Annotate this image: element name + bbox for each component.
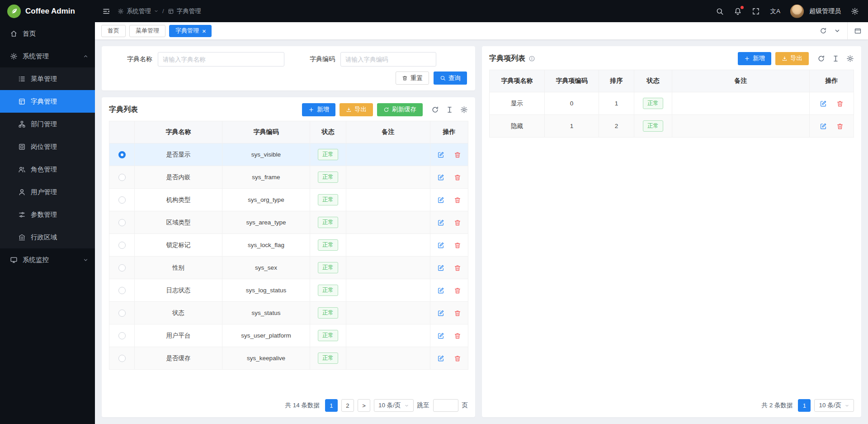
sidebar-item-post[interactable]: 岗位管理	[0, 135, 95, 158]
tab-close-icon[interactable]: ×	[202, 28, 206, 34]
dict-table-row[interactable]: 用户平台 sys_user_platform 正常	[109, 324, 468, 347]
sidebar-item-region[interactable]: 行政区域	[0, 226, 95, 248]
page-size-select[interactable]: 10 条/页	[374, 399, 414, 412]
delete-icon[interactable]	[454, 242, 461, 249]
row-radio[interactable]	[118, 332, 126, 339]
tab-1[interactable]: 菜单管理	[129, 25, 165, 37]
settings-gear-icon[interactable]	[851, 7, 859, 15]
notifications-bell-icon[interactable]	[734, 7, 742, 15]
dict-table-row[interactable]: 机构类型 sys_org_type 正常	[109, 189, 468, 211]
edit-icon[interactable]	[437, 151, 444, 158]
breadcrumb-item-system[interactable]: 系统管理	[118, 7, 159, 15]
row-radio[interactable]	[118, 264, 126, 272]
sidebar-item-role[interactable]: 角色管理	[0, 158, 95, 181]
edit-icon[interactable]	[437, 355, 444, 362]
page-button-1[interactable]: 1	[798, 399, 811, 412]
dict-table-row[interactable]: 日志状态 sys_log_status 正常	[109, 279, 468, 302]
reset-button[interactable]: 重置	[396, 71, 429, 85]
row-radio[interactable]	[118, 196, 126, 204]
language-switch-icon[interactable]: 文A	[770, 7, 780, 15]
edit-icon[interactable]	[437, 196, 444, 204]
delete-icon[interactable]	[454, 174, 461, 181]
add-dict-button[interactable]: 新增	[302, 103, 335, 116]
dict-table-row[interactable]: 区域类型 sys_area_type 正常	[109, 211, 468, 234]
delete-icon[interactable]	[454, 264, 461, 272]
row-radio[interactable]	[118, 219, 126, 226]
sidebar-item-system[interactable]: 系统管理	[0, 45, 95, 67]
export-dict-items-button[interactable]: 导出	[775, 52, 809, 65]
sidebar-item-monitor[interactable]: 系统监控	[0, 248, 95, 271]
sidebar-item-param[interactable]: 参数管理	[0, 203, 95, 226]
edit-icon[interactable]	[820, 100, 827, 107]
tab-2[interactable]: 字典管理 ×	[169, 25, 212, 37]
content-fullscreen-toggle[interactable]	[847, 22, 868, 39]
edit-icon[interactable]	[437, 332, 444, 339]
dict-table-row[interactable]: 锁定标记 sys_lock_flag 正常	[109, 234, 468, 257]
sidebar-item-dict[interactable]: 字典管理	[0, 90, 95, 113]
delete-icon[interactable]	[454, 219, 461, 226]
sidebar-item-dept[interactable]: 部门管理	[0, 113, 95, 135]
tab-menu-chevron-icon[interactable]	[834, 27, 841, 34]
edit-icon[interactable]	[437, 264, 444, 272]
row-radio[interactable]	[118, 287, 126, 294]
page-button-1[interactable]: 1	[325, 399, 338, 412]
dict-table-row[interactable]: 状态 sys_status 正常	[109, 302, 468, 324]
sidebar-item-user[interactable]: 用户管理	[0, 181, 95, 203]
reload-table-icon[interactable]	[431, 106, 439, 114]
tab-0[interactable]: 首页	[101, 25, 126, 37]
sidebar-item-menu[interactable]: 菜单管理	[0, 67, 95, 90]
sidebar-item-home[interactable]: 首页	[0, 22, 95, 45]
avatar[interactable]	[790, 5, 804, 18]
collapse-sidebar-icon[interactable]	[102, 7, 110, 15]
table-settings-gear-icon[interactable]	[846, 55, 854, 62]
delete-icon[interactable]	[454, 355, 461, 362]
edit-icon[interactable]	[437, 174, 444, 181]
delete-icon[interactable]	[454, 287, 461, 294]
delete-icon[interactable]	[836, 100, 844, 107]
refresh-cache-button[interactable]: 刷新缓存	[377, 103, 423, 116]
table-settings-gear-icon[interactable]	[460, 106, 468, 114]
row-radio[interactable]	[118, 310, 126, 317]
export-dict-button[interactable]: 导出	[340, 103, 373, 116]
delete-icon[interactable]	[454, 196, 461, 204]
dict-table-row[interactable]: 性别 sys_sex 正常	[109, 257, 468, 279]
breadcrumb-item-dict[interactable]: 字典管理	[168, 7, 201, 15]
delete-icon[interactable]	[454, 151, 461, 158]
app-logo[interactable]: Coffee Admin	[0, 0, 95, 22]
page-size-select[interactable]: 10 条/页	[814, 399, 854, 412]
reload-table-icon[interactable]	[817, 55, 825, 62]
refresh-page-icon[interactable]	[820, 27, 827, 34]
edit-icon[interactable]	[437, 310, 444, 317]
delete-icon[interactable]	[836, 123, 844, 130]
add-dict-item-button[interactable]: 新增	[738, 52, 771, 65]
edit-icon[interactable]	[820, 123, 827, 130]
jump-suffix: 页	[462, 401, 468, 410]
edit-icon[interactable]	[437, 219, 444, 226]
row-density-icon[interactable]	[832, 55, 840, 62]
search-icon[interactable]	[716, 7, 724, 15]
row-radio[interactable]	[118, 242, 126, 249]
row-radio[interactable]	[118, 355, 126, 362]
info-icon[interactable]	[528, 55, 535, 62]
delete-icon[interactable]	[454, 332, 461, 339]
delete-icon[interactable]	[454, 310, 461, 317]
row-radio[interactable]	[118, 174, 126, 181]
dict-item-row[interactable]: 隐藏 1 2 正常	[490, 115, 854, 138]
username[interactable]: 超级管理员	[809, 7, 841, 15]
query-button[interactable]: 查询	[434, 71, 467, 85]
row-density-icon[interactable]	[446, 106, 453, 114]
next-page-button[interactable]: >	[358, 399, 370, 412]
dict-code-input[interactable]	[340, 52, 436, 67]
fullscreen-icon[interactable]	[752, 7, 760, 15]
dict-name-input[interactable]	[158, 52, 284, 67]
jump-page-input[interactable]	[433, 399, 458, 412]
dict-table-row[interactable]: 是否内嵌 sys_frame 正常	[109, 166, 468, 189]
page-button-2[interactable]: 2	[341, 399, 354, 412]
edit-icon[interactable]	[437, 242, 444, 249]
dict-table-row[interactable]: 是否缓存 sys_keepalive 正常	[109, 347, 468, 370]
row-radio[interactable]	[118, 151, 126, 158]
dict-table-row[interactable]: 是否显示 sys_visible 正常	[109, 143, 468, 166]
col-dict-code: 字典编码	[222, 121, 310, 143]
dict-item-row[interactable]: 显示 0 1 正常	[490, 92, 854, 115]
edit-icon[interactable]	[437, 287, 444, 294]
